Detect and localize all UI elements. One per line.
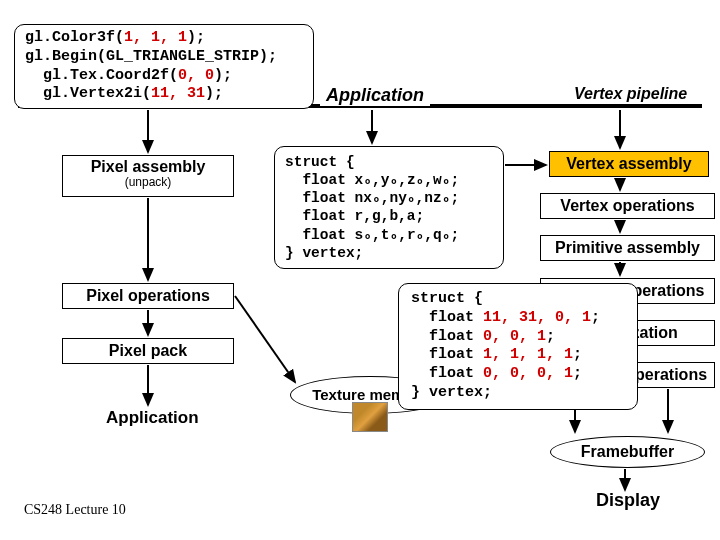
gl-code-box: gl.Color3f(1, 1, 1); gl.Begin(GL_TRIANGL… [14,24,314,109]
code-value: 11, 31 [151,85,205,102]
code-value: 0, 0, 1 [483,328,546,345]
code-value: 0, 0 [178,67,214,84]
svg-line-14 [235,296,295,382]
code-text: ); [187,29,205,46]
code-text: float [411,309,483,326]
box-label: Pixel assembly [91,158,206,175]
code-text: float [411,328,483,345]
box-sublabel: (unpack) [63,176,233,189]
pixel-pack-box: Pixel pack [62,338,234,364]
code-text: ; [573,346,582,363]
vertex-struct-box: struct { float xₒ,yₒ,zₒ,wₒ; float nxₒ,ny… [274,146,504,269]
code-value: 1, 1, 1 [124,29,187,46]
code-value: 11, 31, 0, 1 [483,309,591,326]
code-text: struct { [411,290,483,307]
code-text: gl.Begin(GL_TRIANGLE_STRIP); [25,48,277,65]
code-text: gl.Tex.Coord2f( [25,67,178,84]
code-text: gl.Vertex2i( [25,85,151,102]
code-text: ); [205,85,223,102]
code-text: ; [573,365,582,382]
code-text: ); [214,67,232,84]
pixel-assembly-box: Pixel assembly (unpack) [62,155,234,197]
vertex-operations-box: Vertex operations [540,193,715,219]
vertex-assembly-box: Vertex assembly [549,151,709,177]
framebuffer-oval: Framebuffer [550,436,705,468]
code-text: ; [546,328,555,345]
footer-text: CS248 Lecture 10 [24,502,126,518]
code-value: 0, 0, 0, 1 [483,365,573,382]
code-text: ; [591,309,600,326]
code-text: float [411,365,483,382]
code-value: 1, 1, 1, 1 [483,346,573,363]
display-label: Display [596,490,660,511]
vertex-pipeline-label: Vertex pipeline [568,85,693,103]
code-text: float [411,346,483,363]
code-text: } vertex; [411,384,492,401]
application-bottom-label: Application [106,408,199,428]
application-top-label: Application [320,85,430,106]
vertex-values-box: struct { float 11, 31, 0, 1; float 0, 0,… [398,283,638,410]
pixel-operations-box: Pixel operations [62,283,234,309]
code-text: gl.Color3f( [25,29,124,46]
texture-thumbnail [352,402,388,432]
primitive-assembly-box: Primitive assembly [540,235,715,261]
